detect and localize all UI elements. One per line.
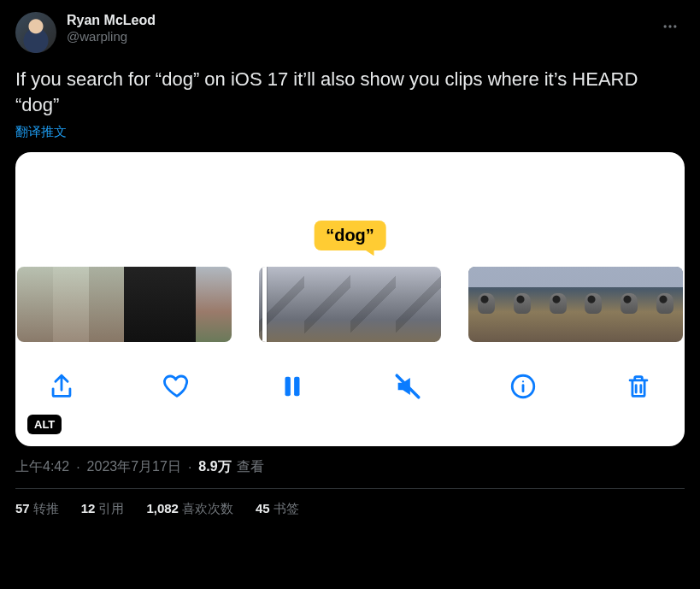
avatar[interactable] (15, 12, 56, 53)
stat-count: 57 (15, 501, 30, 515)
author-names[interactable]: Ryan McLeod @warpling (67, 12, 656, 45)
timeline-frame (396, 267, 441, 342)
svg-rect-3 (285, 377, 291, 397)
timeline-frame (611, 267, 647, 342)
svg-point-8 (522, 381, 524, 383)
separator-dot (186, 460, 193, 475)
timeline-frame (160, 267, 196, 342)
timeline-frame (350, 267, 396, 342)
svg-rect-4 (294, 377, 299, 397)
timeline-frame (124, 267, 160, 342)
heart-icon (162, 372, 191, 401)
stats-row: 57转推 12引用 1,082喜欢次数 45书签 (15, 489, 685, 517)
timeline-frame (647, 267, 683, 342)
stat-quotes[interactable]: 12引用 (81, 501, 125, 517)
svg-point-2 (674, 25, 676, 27)
info-button[interactable] (504, 368, 542, 405)
clip-group[interactable] (468, 267, 683, 342)
like-button[interactable] (158, 368, 196, 405)
tweet-container: Ryan McLeod @warpling If you search for … (0, 0, 700, 517)
trash-button[interactable] (620, 368, 657, 405)
stat-label: 喜欢次数 (182, 501, 233, 515)
timeline-frame (17, 267, 53, 342)
author-handle: @warpling (67, 29, 656, 45)
stat-bookmarks[interactable]: 45书签 (256, 501, 299, 517)
stat-label: 转推 (33, 501, 59, 515)
translate-link[interactable]: 翻译推文 (15, 124, 685, 140)
mute-button[interactable] (389, 368, 426, 405)
caption-bubble: “dog” (314, 221, 386, 250)
info-icon (509, 372, 538, 401)
share-button[interactable] (43, 368, 80, 405)
timeline-frame (504, 267, 540, 342)
svg-point-1 (668, 25, 671, 27)
tweet-date: 2023年7月17日 (87, 458, 181, 476)
tweet-text: If you search for “dog” on iOS 17 it’ll … (15, 67, 685, 117)
separator-dot (74, 460, 81, 475)
stat-count: 12 (81, 501, 96, 515)
stat-count: 1,082 (146, 501, 179, 515)
timeline-frame (468, 267, 504, 342)
stat-label: 书签 (274, 501, 299, 515)
playhead[interactable] (262, 267, 267, 342)
timeline-frame (575, 267, 611, 342)
stat-retweets[interactable]: 57转推 (15, 501, 59, 517)
clip-group[interactable] (259, 267, 441, 342)
stat-label: 引用 (98, 501, 124, 515)
tweet-meta[interactable]: 上午4:42 2023年7月17日 8.9万 查看 (15, 458, 685, 476)
tweet-time: 上午4:42 (15, 458, 69, 476)
stat-likes[interactable]: 1,082喜欢次数 (146, 501, 233, 517)
share-icon (47, 372, 76, 401)
video-timeline[interactable] (15, 267, 685, 342)
media-toolbar (15, 356, 685, 417)
clip-group[interactable] (17, 267, 232, 342)
views-count: 8.9万 (198, 458, 231, 476)
timeline-frame (89, 267, 125, 342)
timeline-frame (196, 267, 232, 342)
media-card[interactable]: “dog” (15, 152, 685, 446)
timeline-frame (53, 267, 89, 342)
trash-icon (624, 372, 653, 401)
svg-point-0 (664, 25, 667, 27)
timeline-frame (540, 267, 576, 342)
author-display-name: Ryan McLeod (67, 12, 656, 29)
timeline-frame (304, 267, 350, 342)
more-icon (662, 18, 679, 35)
stat-count: 45 (256, 501, 270, 515)
pause-button[interactable] (274, 368, 311, 405)
pause-icon (278, 372, 307, 401)
alt-badge[interactable]: ALT (27, 415, 62, 434)
tweet-header: Ryan McLeod @warpling (15, 12, 685, 53)
more-button[interactable] (656, 12, 685, 41)
views-label: 查看 (237, 458, 264, 476)
speaker-mute-icon (393, 372, 422, 401)
